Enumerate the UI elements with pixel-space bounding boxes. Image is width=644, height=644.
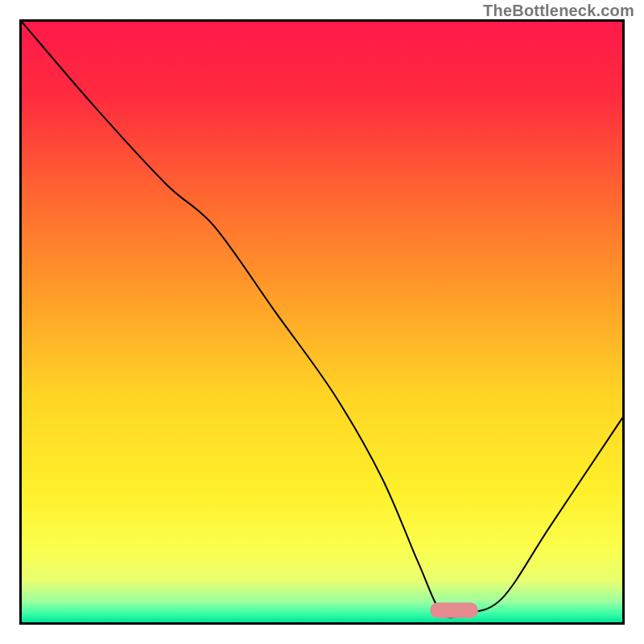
plot-area (19, 19, 625, 625)
watermark-text: TheBottleneck.com (483, 2, 634, 20)
optimal-marker (22, 22, 622, 622)
chart-container: TheBottleneck.com (0, 0, 644, 644)
svg-rect-1 (430, 602, 478, 617)
